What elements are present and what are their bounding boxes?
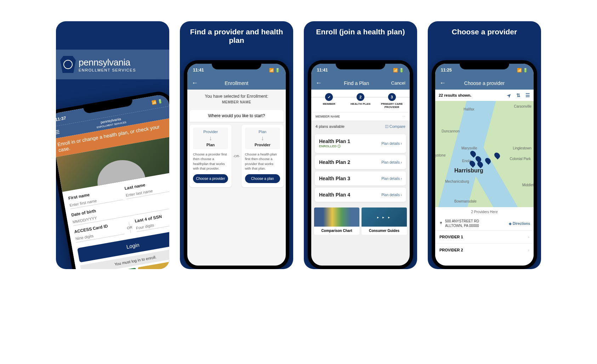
phone-mockup-4: 11:25 📶 🔋 Choose a provider 22 results s…	[432, 60, 537, 269]
plan-name: Health Plan 2	[319, 159, 350, 165]
comparison-chart-card[interactable]: Comparison Chart	[314, 207, 359, 235]
logo-line2: ENROLLMENT SERVICES	[79, 68, 136, 72]
app-store-card-4: Choose a provider 11:25 📶 🔋 Choose a pro…	[428, 21, 541, 269]
city-linglestown: Linglestown	[513, 146, 531, 150]
member-row: MEMBER NAME⋯	[311, 112, 410, 120]
step-number-icon: 2	[357, 93, 364, 101]
plan-name: Health Plan 1	[319, 138, 350, 144]
plans-available: 4 plans available	[315, 124, 345, 129]
keystone-icon	[60, 56, 76, 73]
header-title: Choose a provider	[464, 80, 505, 86]
locate-icon[interactable]	[507, 92, 511, 98]
provider-row-2[interactable]: PROVIDER 2›	[435, 243, 534, 256]
plan-name: Health Plan 3	[319, 176, 350, 181]
city-keystone: ystone	[435, 153, 445, 157]
col2-top: Plan	[247, 130, 278, 134]
enrolled-badge: ENROLLED ⓘ	[319, 144, 350, 149]
plan-details-link[interactable]: Plan details ›	[381, 193, 402, 197]
city-duncannon: Duncannon	[442, 129, 460, 133]
col1-desc: Choose a provider first then choose a he…	[193, 152, 228, 171]
chevron-right-icon: ›	[528, 248, 529, 252]
status-time: 11:41	[317, 68, 328, 73]
header-title: Find a Plan	[344, 80, 369, 86]
header-title: Enrollment	[225, 80, 249, 86]
app-header: Find a Plan Cancel	[311, 76, 410, 90]
back-icon[interactable]	[192, 79, 198, 87]
status-icons: 📶 🔋	[269, 68, 280, 73]
map-pin-icon[interactable]	[493, 152, 501, 160]
card-title: Find a provider and health plan	[180, 21, 293, 48]
city-marysville: Marysville	[461, 146, 477, 150]
compare-icon	[385, 124, 388, 129]
plan-card[interactable]: Health Plan 1ENROLLED ⓘPlan details ›	[315, 134, 406, 153]
or-text: -OR-	[232, 125, 241, 187]
card-title: Choose a provider	[428, 21, 541, 40]
cancel-button[interactable]: Cancel	[391, 80, 405, 86]
step-health-plan: 2HEALTH PLAN	[345, 93, 376, 106]
provider-row-1[interactable]: PROVIDER 1›	[435, 230, 534, 243]
hamburger-icon[interactable]	[56, 129, 61, 135]
address: 500 ANYSTREET RDALLTOWN, PA 00000	[445, 219, 479, 228]
back-icon[interactable]	[315, 79, 322, 87]
map-view[interactable]: Halifax Carsonville Duncannon Marysville…	[435, 101, 534, 207]
status-time: 11:25	[441, 68, 452, 73]
logo-line1: pennsylvania	[79, 57, 136, 68]
member-name: MEMBER NAME	[192, 100, 282, 104]
logo-banner: pennsylvania ENROLLMENT SERVICES	[56, 50, 169, 79]
plan-details-link[interactable]: Plan details ›	[381, 177, 402, 181]
col2-bot: Provider	[247, 143, 278, 147]
consumer-guides-thumb	[362, 207, 407, 227]
filter-icon[interactable]	[516, 92, 521, 98]
selection-text: You have selected for Enrollment: MEMBER…	[187, 90, 286, 108]
plan-card[interactable]: Health Plan 4Plan details ›	[315, 188, 406, 202]
card-title: Enroll (join a health plan)	[304, 21, 417, 40]
back-icon[interactable]	[439, 79, 446, 87]
tilted-phone: 11:37 📶 🔋 pennsylvaniaENROLLMENT SERVICE…	[56, 90, 169, 269]
comparison-chart-thumb	[314, 207, 359, 227]
app-header: Enrollment	[187, 76, 286, 90]
choose-provider-button[interactable]: Choose a provider	[193, 174, 228, 183]
phone-mockup-3: 11:41 📶 🔋 Find a Plan Cancel MEMBER 2HEA…	[308, 60, 413, 269]
directions-button[interactable]: Directions	[509, 222, 530, 226]
col1-bot: Plan	[195, 143, 226, 147]
app-store-card-1: pennsylvania ENROLLMENT SERVICES 11:37 📶…	[56, 21, 169, 269]
comparison-chart-label: Comparison Chart	[314, 227, 359, 235]
city-middletown: Middlet	[522, 183, 534, 187]
plan-details-link[interactable]: Plan details ›	[381, 142, 402, 146]
plan-name: Health Plan 4	[319, 192, 350, 198]
pin-icon	[439, 222, 443, 226]
provider-first-column: Provider ↓ Plan Choose a provider first …	[189, 125, 232, 187]
chevron-right-icon: ›	[528, 235, 529, 239]
status-time: 11:41	[193, 68, 204, 73]
where-prompt: Where would you like to start?	[189, 110, 284, 122]
compare-button[interactable]: Compare	[385, 124, 405, 129]
plan-card[interactable]: Health Plan 2Plan details ›	[315, 155, 406, 169]
city-colonial: Colonial Park	[510, 157, 531, 161]
app-store-card-2: Find a provider and health plan 11:41 📶 …	[180, 21, 293, 269]
list-view-icon[interactable]	[525, 92, 530, 98]
app-store-card-3: Enroll (join a health plan) 11:41 📶 🔋 Fi…	[304, 21, 417, 269]
status-icons: 📶 🔋	[152, 98, 163, 105]
arrow-down-icon: ↓	[247, 135, 278, 142]
consumer-guides-card[interactable]: Consumer Guides	[362, 207, 407, 235]
plan-first-column: Plan ↓ Provider Choose a health plan fir…	[241, 125, 284, 187]
col1-top: Provider	[195, 130, 226, 134]
city-halifax: Halifax	[464, 107, 474, 111]
city-mechanicsburg: Mechanicsburg	[445, 180, 469, 183]
logo-text: pennsylvania ENROLLMENT SERVICES	[79, 57, 136, 72]
col2-desc: Choose a health plan first then choose a…	[245, 152, 280, 171]
phone-mockup-2: 11:41 📶 🔋 Enrollment You have selected f…	[184, 60, 289, 269]
status-time: 11:37	[56, 115, 67, 122]
providers-here: 2 Providers Here	[435, 207, 534, 217]
city-carsonville: Carsonville	[514, 104, 531, 108]
plan-details-link[interactable]: Plan details ›	[381, 160, 402, 164]
step-member: MEMBER	[313, 93, 345, 106]
plan-card[interactable]: Health Plan 3Plan details ›	[315, 171, 406, 186]
step-number-icon: 3	[388, 93, 396, 101]
status-icons: 📶 🔋	[517, 68, 528, 73]
consumer-guides-label: Consumer Guides	[362, 227, 407, 235]
step-check-icon	[325, 93, 333, 101]
step-pcp: 3PRIMARY CARE PROVIDER	[376, 93, 408, 109]
choose-plan-button[interactable]: Choose a plan	[245, 174, 280, 183]
results-count: 22 results shown.	[439, 93, 471, 97]
